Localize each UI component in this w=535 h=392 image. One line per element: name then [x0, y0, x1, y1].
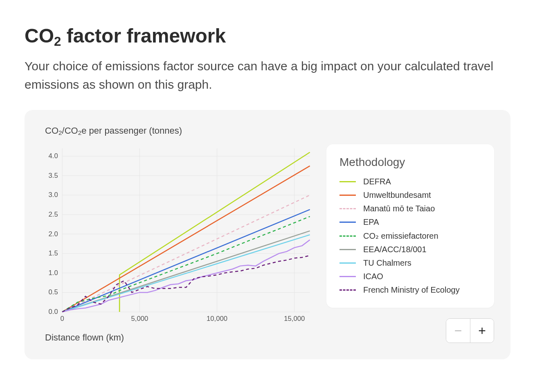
legend-swatch [339, 249, 356, 250]
legend-label: CO₂ emissiefactoren [363, 231, 438, 241]
zoom-controls: − + [446, 318, 494, 343]
svg-text:2.0: 2.0 [49, 230, 58, 237]
legend-swatch [339, 235, 356, 237]
zoom-out-button[interactable]: − [446, 319, 470, 343]
series-line [62, 166, 310, 312]
chart-svg: 0.00.51.01.52.02.53.03.54.0 05,00010,000… [41, 144, 314, 324]
chart-plot: 0.00.51.01.52.02.53.03.54.0 05,00010,000… [41, 144, 314, 343]
legend-label: Umweltbundesamt [363, 190, 431, 200]
series-line [62, 255, 310, 312]
legend-swatch [339, 222, 356, 223]
x-axis-title: Distance flown (km) [45, 332, 314, 343]
svg-text:2.5: 2.5 [49, 211, 58, 218]
legend-item[interactable]: ICAO [339, 272, 481, 281]
legend-swatch [339, 262, 356, 264]
y-axis-title: CO2/CO2e per passenger (tonnes) [45, 125, 494, 136]
legend-label: EPA [363, 217, 379, 227]
legend-item[interactable]: EEA/ACC/18/001 [339, 245, 481, 254]
legend-item[interactable]: TU Chalmers [339, 258, 481, 268]
zoom-in-button[interactable]: + [470, 319, 494, 343]
page-title: CO2 factor framework [25, 25, 510, 47]
svg-text:0: 0 [61, 315, 64, 322]
legend-item[interactable]: Manatū mō te Taiao [339, 204, 481, 213]
svg-text:10,000: 10,000 [207, 315, 227, 322]
svg-text:1.5: 1.5 [49, 249, 58, 257]
legend-item[interactable]: Umweltbundesamt [339, 190, 481, 200]
svg-text:1.0: 1.0 [49, 269, 58, 276]
svg-text:3.5: 3.5 [49, 172, 58, 179]
legend-box: Methodology DEFRAUmweltbundesamtManatū m… [326, 144, 494, 308]
card: CO2 factor framework Your choice of emis… [0, 0, 535, 392]
legend-swatch [339, 181, 356, 182]
svg-text:0.5: 0.5 [49, 289, 58, 296]
svg-text:4.0: 4.0 [49, 152, 58, 159]
legend-item[interactable]: French Ministry of Ecology [339, 285, 481, 295]
legend-label: ICAO [363, 272, 383, 281]
legend-swatch [339, 195, 356, 196]
svg-text:0.0: 0.0 [49, 308, 58, 315]
series-line [62, 240, 310, 312]
series-line [62, 231, 310, 312]
legend-item[interactable]: CO₂ emissiefactoren [339, 231, 481, 241]
page-subtitle: Your choice of emissions factor source c… [25, 57, 510, 94]
legend-label: EEA/ACC/18/001 [363, 245, 427, 254]
series-line [62, 235, 310, 312]
legend-label: TU Chalmers [363, 258, 411, 268]
legend-item[interactable]: DEFRA [339, 177, 481, 186]
legend-label: DEFRA [363, 177, 391, 186]
series-line [119, 152, 310, 312]
legend-swatch [339, 208, 356, 209]
legend-swatch [339, 276, 356, 277]
series-line [62, 210, 310, 312]
svg-text:5,000: 5,000 [131, 315, 148, 322]
legend-item[interactable]: EPA [339, 217, 481, 227]
legend-title: Methodology [339, 156, 481, 169]
series-line [62, 217, 310, 312]
chart-panel: CO2/CO2e per passenger (tonnes) 0.00.51.… [25, 110, 510, 359]
svg-text:15,000: 15,000 [284, 315, 305, 322]
legend-label: Manatū mō te Taiao [363, 204, 435, 213]
legend-items: DEFRAUmweltbundesamtManatū mō te TaiaoEP… [339, 177, 481, 295]
svg-text:3.0: 3.0 [49, 191, 58, 199]
legend-label: French Ministry of Ecology [363, 285, 460, 295]
legend-swatch [339, 289, 356, 291]
